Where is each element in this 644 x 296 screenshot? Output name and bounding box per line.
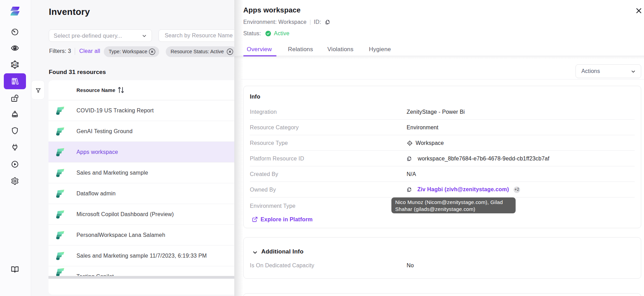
svg-text:AI: AI	[13, 63, 17, 67]
